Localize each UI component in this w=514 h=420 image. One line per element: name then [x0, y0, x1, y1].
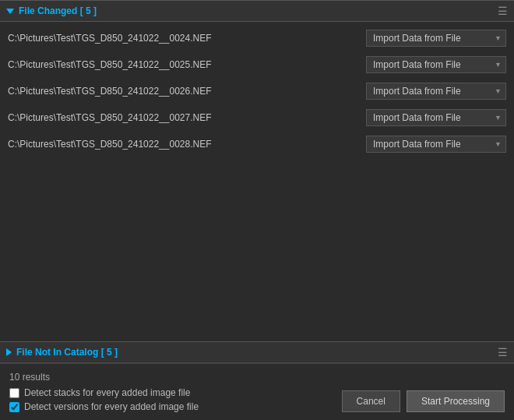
action-select-2[interactable]: Import Data from FileLeave as isUpdate f…: [366, 83, 506, 100]
header2-left: File Not In Catalog [ 5 ]: [6, 347, 118, 358]
header-left: File Changed [ 5 ]: [6, 5, 97, 16]
footer-checkboxes: Detect stacks for every added image file…: [9, 387, 199, 412]
table-row: C:\Pictures\Test\TGS_D850_241022__0028.N…: [0, 131, 514, 157]
file-path: C:\Pictures\Test\TGS_D850_241022__0024.N…: [8, 33, 366, 44]
footer-options: Detect stacks for every added image file…: [9, 387, 505, 412]
table-row: C:\Pictures\Test\TGS_D850_241022__0024.N…: [0, 25, 514, 51]
file-changed-menu-icon[interactable]: ☰: [498, 5, 508, 16]
detect-stacks-row: Detect stacks for every added image file: [9, 387, 199, 398]
file-changed-list: C:\Pictures\Test\TGS_D850_241022__0024.N…: [0, 22, 514, 185]
start-processing-button[interactable]: Start Processing: [407, 390, 505, 412]
detect-versions-checkbox[interactable]: [9, 402, 19, 412]
table-row: C:\Pictures\Test\TGS_D850_241022__0025.N…: [0, 51, 514, 78]
action-dropdown-2[interactable]: Import Data from FileLeave as isUpdate f…: [366, 83, 506, 100]
main-container: File Changed [ 5 ] ☰ C:\Pictures\Test\TG…: [0, 0, 514, 420]
file-changed-header: File Changed [ 5 ] ☰: [0, 0, 514, 22]
footer-buttons: Cancel Start Processing: [342, 390, 505, 412]
action-dropdown-1[interactable]: Import Data from FileLeave as isUpdate f…: [366, 56, 506, 73]
file-not-in-catalog-title: File Not In Catalog [ 5 ]: [16, 347, 118, 358]
file-not-in-catalog-header: File Not In Catalog [ 5 ] ☰: [0, 341, 514, 363]
file-path: C:\Pictures\Test\TGS_D850_241022__0025.N…: [8, 59, 366, 70]
footer: 10 results Detect stacks for every added…: [0, 363, 514, 420]
results-count: 10 results: [9, 372, 505, 383]
file-not-in-catalog-menu-icon[interactable]: ☰: [498, 347, 508, 358]
detect-stacks-label: Detect stacks for every added image file: [24, 387, 190, 398]
file-changed-title: File Changed [ 5 ]: [19, 5, 97, 16]
detect-versions-row: Detect versions for every added image fi…: [9, 401, 199, 412]
expand-file-not-in-catalog-icon[interactable]: [6, 348, 12, 356]
spacer: [0, 185, 514, 341]
file-path: C:\Pictures\Test\TGS_D850_241022__0027.N…: [8, 112, 366, 123]
action-select-1[interactable]: Import Data from FileLeave as isUpdate f…: [366, 56, 506, 73]
action-dropdown-4[interactable]: Import Data from FileLeave as isUpdate f…: [366, 136, 506, 153]
action-select-3[interactable]: Import Data from FileLeave as isUpdate f…: [366, 109, 506, 126]
action-select-0[interactable]: Import Data from FileLeave as isUpdate f…: [366, 30, 506, 47]
file-path: C:\Pictures\Test\TGS_D850_241022__0026.N…: [8, 86, 366, 97]
cancel-button[interactable]: Cancel: [342, 390, 400, 412]
action-dropdown-3[interactable]: Import Data from FileLeave as isUpdate f…: [366, 109, 506, 126]
table-row: C:\Pictures\Test\TGS_D850_241022__0026.N…: [0, 78, 514, 104]
action-select-4[interactable]: Import Data from FileLeave as isUpdate f…: [366, 136, 506, 153]
file-path: C:\Pictures\Test\TGS_D850_241022__0028.N…: [8, 139, 366, 150]
detect-versions-label: Detect versions for every added image fi…: [24, 401, 199, 412]
collapse-file-changed-icon[interactable]: [6, 9, 14, 14]
table-row: C:\Pictures\Test\TGS_D850_241022__0027.N…: [0, 104, 514, 131]
detect-stacks-checkbox[interactable]: [9, 388, 19, 398]
action-dropdown-0[interactable]: Import Data from FileLeave as isUpdate f…: [366, 30, 506, 47]
